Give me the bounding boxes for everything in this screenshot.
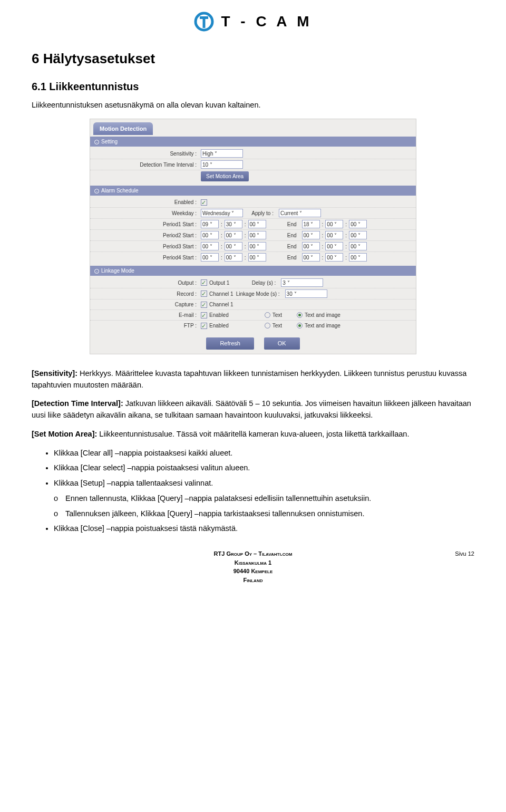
hour-select[interactable]: 00 ˅ xyxy=(302,242,320,250)
chevron-down-icon: ˅ xyxy=(210,162,212,168)
dti-label: Detection Time Interval : xyxy=(90,161,201,169)
output-checkbox[interactable] xyxy=(201,279,207,286)
list-item: Klikkaa [Clear select] –nappia poistaaks… xyxy=(54,462,474,474)
bullet-list: Klikkaa [Clear all] –nappia poistaaksesi… xyxy=(54,448,474,489)
refresh-button[interactable]: Refresh xyxy=(206,337,254,350)
record-text: Channel 1 xyxy=(209,290,233,298)
intro-text: Liikkeentunnistuksen asetusnäkymä on all… xyxy=(32,100,474,111)
email-text-radio[interactable] xyxy=(265,312,270,318)
email-enabled-text: Enabled xyxy=(209,311,229,319)
para-setmotion: [Set Motion Area]: Liikkeentunnistusalue… xyxy=(32,429,474,440)
capture-label: Capture : xyxy=(90,301,201,308)
chevron-down-icon: ˅ xyxy=(294,291,297,297)
page-number: Sivu 12 xyxy=(432,549,474,584)
section-setting-title: Setting xyxy=(101,139,118,144)
period-row: Period4 Start :00 ˅:00 ˅:00 ˅End00 ˅:00 … xyxy=(90,252,416,263)
list-item: Klikkaa [Clear all] –nappia poistaaksesi… xyxy=(54,448,474,459)
hour-select[interactable]: 18 ˅ xyxy=(302,220,320,228)
radio-text-label: Text xyxy=(273,322,282,330)
sensitivity-label: Sensitivity : xyxy=(90,150,201,158)
linkmode-select[interactable]: 30 ˅ xyxy=(285,289,327,298)
email-textimg-radio[interactable] xyxy=(297,312,303,318)
heading-2: 6.1 Liikkeentunnistus xyxy=(32,79,474,94)
hour-select[interactable]: 00 ˅ xyxy=(201,253,219,262)
ftp-text-radio[interactable] xyxy=(265,323,270,328)
second-select[interactable]: 00 ˅ xyxy=(248,253,266,262)
weekday-select[interactable]: Wednesday ˅ xyxy=(201,209,243,217)
applyto-select[interactable]: Current ˅ xyxy=(279,209,321,217)
capture-text: Channel 1 xyxy=(209,301,233,308)
second-select[interactable]: 00 ˅ xyxy=(248,220,266,228)
set-motion-area-button[interactable]: Set Motion Area xyxy=(201,171,249,181)
minute-select[interactable]: 00 ˅ xyxy=(225,231,242,239)
end-label: End xyxy=(268,231,300,239)
hour-select[interactable]: 00 ˅ xyxy=(201,242,219,250)
radio-text-label: Text xyxy=(273,311,282,319)
period-row: Period2 Start :00 ˅:00 ˅:00 ˅End00 ˅:00 … xyxy=(90,230,416,241)
tab-motion-detection[interactable]: Motion Detection xyxy=(93,122,153,136)
delay-select[interactable]: 3 ˅ xyxy=(281,278,323,287)
email-label: E-mail : xyxy=(90,311,201,319)
hour-select[interactable]: 00 ˅ xyxy=(302,231,320,239)
collapse-icon: - xyxy=(94,140,99,144)
period-row: Period3 Start :00 ˅:00 ˅:00 ˅End00 ˅:00 … xyxy=(90,241,416,252)
record-label: Record : xyxy=(90,290,201,298)
para-dti: [Detection Time Interval]: Jatkuvan liik… xyxy=(32,398,474,421)
footer-center: RTJ Group Oy – Tilavahti.com Kissankulma… xyxy=(74,549,432,584)
minute-select[interactable]: 00 ˅ xyxy=(325,253,343,262)
second-select[interactable]: 00 ˅ xyxy=(349,231,367,239)
minute-select[interactable]: 00 ˅ xyxy=(225,253,242,262)
bullet-list: Klikkaa [Close] –nappia poistuaksesi täs… xyxy=(54,523,474,535)
period-start-label: Period2 Start : xyxy=(90,231,201,239)
logo-text: T - C A M xyxy=(221,11,312,33)
second-select[interactable]: 00 ˅ xyxy=(248,231,266,239)
second-select[interactable]: 00 ˅ xyxy=(248,242,266,250)
chevron-down-icon: ˅ xyxy=(299,210,302,216)
second-select[interactable]: 00 ˅ xyxy=(349,242,367,250)
enabled-label: Enabled : xyxy=(90,198,201,206)
section-linkage[interactable]: -Linkage Mode xyxy=(90,266,416,276)
minute-select[interactable]: 00 ˅ xyxy=(225,242,242,250)
hour-select[interactable]: 00 ˅ xyxy=(201,231,219,239)
ftp-label: FTP : xyxy=(90,322,201,330)
delay-label: Delay (s) : xyxy=(231,279,279,287)
hour-select[interactable]: 00 ˅ xyxy=(302,253,320,262)
heading-1: 6 Hälytysasetukset xyxy=(32,49,474,69)
ok-button[interactable]: OK xyxy=(264,337,300,350)
minute-select[interactable]: 00 ˅ xyxy=(325,242,343,250)
minute-select[interactable]: 30 ˅ xyxy=(225,220,242,228)
chevron-down-icon: ˅ xyxy=(287,280,290,286)
ftp-enabled-text: Enabled xyxy=(209,322,229,330)
hour-select[interactable]: 09 ˅ xyxy=(201,220,219,228)
second-select[interactable]: 00 ˅ xyxy=(349,220,367,228)
list-item: Klikkaa [Close] –nappia poistuaksesi täs… xyxy=(54,523,474,535)
capture-checkbox[interactable] xyxy=(201,302,207,308)
enabled-checkbox[interactable] xyxy=(201,199,207,206)
minute-select[interactable]: 00 ˅ xyxy=(325,220,343,228)
list-item: Klikkaa [Setup] –nappia tallentaaksesi v… xyxy=(54,478,474,489)
sensitivity-select[interactable]: High ˅ xyxy=(201,149,243,158)
weekday-label: Weekday : xyxy=(90,209,201,217)
end-label: End xyxy=(268,243,300,250)
record-checkbox[interactable] xyxy=(201,291,207,297)
period-start-label: Period4 Start : xyxy=(90,254,201,262)
chevron-down-icon: ˅ xyxy=(231,210,234,216)
logo-icon xyxy=(193,11,215,32)
para-sensitivity: [Sensitivity]: Herkkyys. Määrittelee kuv… xyxy=(32,368,474,391)
ftp-checkbox[interactable] xyxy=(201,323,207,329)
email-checkbox[interactable] xyxy=(201,312,207,318)
list-item: Tallennuksen jälkeen, Klikkaa [Query] –n… xyxy=(54,508,474,520)
section-setting[interactable]: -Setting xyxy=(90,137,416,147)
chevron-down-icon: ˅ xyxy=(215,151,217,157)
dti-select[interactable]: 10 ˅ xyxy=(201,160,243,169)
ftp-textimg-radio[interactable] xyxy=(297,323,303,328)
radio-textimg-label: Text and image xyxy=(305,311,340,319)
svg-rect-2 xyxy=(203,16,206,28)
header-logo: T - C A M xyxy=(32,11,474,33)
period-row: Period1 Start :09 ˅:30 ˅:00 ˅End18 ˅:00 … xyxy=(90,219,416,230)
settings-panel: Motion Detection -Setting Sensitivity : … xyxy=(90,119,416,354)
second-select[interactable]: 00 ˅ xyxy=(349,253,367,262)
minute-select[interactable]: 00 ˅ xyxy=(325,231,343,239)
period-start-label: Period3 Start : xyxy=(90,243,201,250)
section-alarm-schedule[interactable]: -Alarm Schedule xyxy=(90,186,416,196)
